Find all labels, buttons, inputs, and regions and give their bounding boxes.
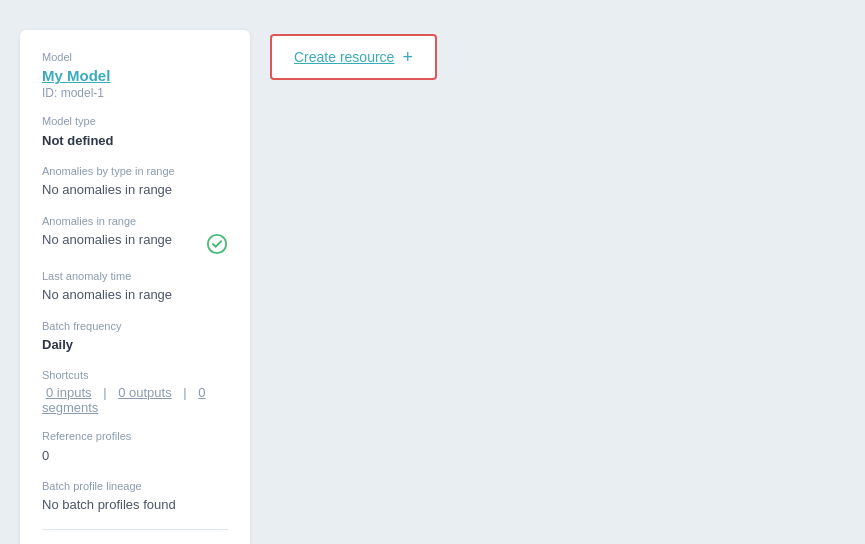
last-anomaly-value: No anomalies in range bbox=[42, 286, 228, 304]
anomalies-in-range-section: Anomalies in range No anomalies in range bbox=[42, 214, 228, 255]
shortcut-sep-2: | bbox=[180, 385, 191, 400]
ref-profiles-section: Reference profiles 0 bbox=[42, 429, 228, 465]
model-name-link[interactable]: My Model bbox=[42, 67, 228, 84]
batch-freq-value: Daily bbox=[42, 336, 228, 354]
model-section: Model My Model ID: model-1 bbox=[42, 50, 228, 100]
anomalies-in-range-label: Anomalies in range bbox=[42, 214, 228, 229]
right-panel: Create resource + bbox=[270, 30, 437, 80]
model-card: Model My Model ID: model-1 Model type No… bbox=[20, 30, 250, 544]
card-divider bbox=[42, 529, 228, 530]
shortcut-sep-1: | bbox=[100, 385, 111, 400]
shortcuts-label: Shortcuts bbox=[42, 368, 228, 383]
last-anomaly-section: Last anomaly time No anomalies in range bbox=[42, 269, 228, 305]
svg-point-0 bbox=[208, 235, 226, 253]
model-id: ID: model-1 bbox=[42, 86, 228, 100]
create-resource-button[interactable]: Create resource + bbox=[270, 34, 437, 80]
page-container: Model My Model ID: model-1 Model type No… bbox=[20, 20, 845, 544]
anomalies-by-type-value: No anomalies in range bbox=[42, 181, 228, 199]
model-type-value: Not defined bbox=[42, 132, 228, 150]
batch-lineage-section: Batch profile lineage No batch profiles … bbox=[42, 479, 228, 515]
shortcuts-section: Shortcuts 0 inputs | 0 outputs | 0 segme… bbox=[42, 368, 228, 415]
last-anomaly-label: Last anomaly time bbox=[42, 269, 228, 284]
batch-freq-label: Batch frequency bbox=[42, 319, 228, 334]
anomalies-by-type-label: Anomalies by type in range bbox=[42, 164, 228, 179]
model-type-label: Model type bbox=[42, 114, 228, 129]
ref-profiles-value: 0 bbox=[42, 447, 228, 465]
anomalies-in-range-row: No anomalies in range bbox=[42, 231, 228, 255]
ref-profiles-label: Reference profiles bbox=[42, 429, 228, 444]
batch-freq-section: Batch frequency Daily bbox=[42, 319, 228, 355]
create-resource-label: Create resource bbox=[294, 49, 394, 65]
check-circle-icon bbox=[206, 233, 228, 255]
shortcut-inputs-link[interactable]: 0 inputs bbox=[46, 385, 92, 400]
anomalies-in-range-value: No anomalies in range bbox=[42, 231, 172, 249]
batch-lineage-label: Batch profile lineage bbox=[42, 479, 228, 494]
shortcut-links: 0 inputs | 0 outputs | 0 segments bbox=[42, 385, 228, 415]
batch-lineage-value: No batch profiles found bbox=[42, 496, 228, 514]
model-type-section: Model type Not defined bbox=[42, 114, 228, 150]
model-label: Model bbox=[42, 50, 228, 65]
anomalies-by-type-section: Anomalies by type in range No anomalies … bbox=[42, 164, 228, 200]
plus-icon: + bbox=[402, 47, 413, 68]
shortcut-outputs-link[interactable]: 0 outputs bbox=[118, 385, 172, 400]
